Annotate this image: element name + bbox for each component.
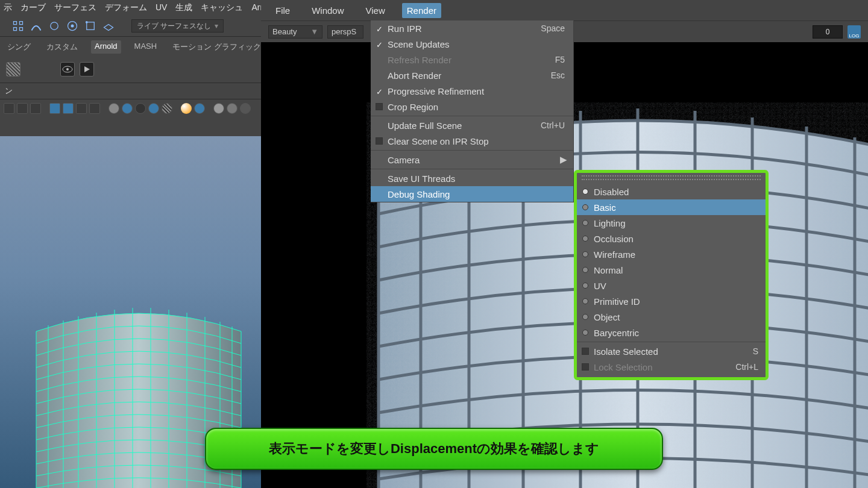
- vp-icon[interactable]: [17, 103, 28, 114]
- shelf-tab[interactable]: MASH: [132, 40, 160, 54]
- menu-item[interactable]: UV: [156, 2, 167, 13]
- submenu-item-isolate-selected[interactable]: Isolate SelectedS: [577, 343, 766, 359]
- vp-icon[interactable]: [76, 103, 87, 114]
- submenu-item-label: Wireframe: [594, 249, 758, 260]
- submenu-item-normal[interactable]: Normal: [577, 262, 766, 278]
- menu-shortcut: Esc: [551, 70, 565, 80]
- menu-item-save-ui-threads[interactable]: Save UI Threads: [371, 170, 573, 186]
- debug-shading-submenu[interactable]: DisabledBasicLightingOcclusionWireframeN…: [574, 170, 769, 380]
- vp-icon[interactable]: [30, 103, 41, 114]
- wireframe-icon[interactable]: [108, 103, 119, 114]
- menu-item-crop-region[interactable]: Crop Region: [371, 99, 573, 114]
- log-icon[interactable]: LOG: [848, 25, 861, 39]
- menu-file[interactable]: File: [271, 3, 295, 18]
- menu-item-progressive-refinement[interactable]: Progressive Refinement: [371, 83, 573, 99]
- menu-view[interactable]: View: [361, 3, 390, 18]
- render-menubar[interactable]: File Window View Render: [261, 0, 868, 20]
- chevron-down-icon: ▼: [310, 27, 318, 36]
- aov-dropdown-label: Beauty: [272, 27, 297, 36]
- submenu-item-lighting[interactable]: Lighting: [577, 215, 766, 231]
- aov-dropdown[interactable]: Beauty ▼: [268, 25, 322, 39]
- svg-point-0: [51, 22, 58, 30]
- vp-icon[interactable]: [4, 103, 14, 114]
- main-menubar[interactable]: 示 カーブ サーフェス デフォーム UV 生成 キャッシュ Arr: [0, 0, 261, 17]
- menu-item-refresh-render: Refresh RenderF5: [371, 52, 573, 67]
- svg-point-6: [66, 68, 69, 70]
- menu-item-run-ipr[interactable]: Run IPRSpace: [371, 20, 573, 36]
- tutorial-callout: 表示モードを変更しDisplacementの効果を確認します: [205, 428, 663, 470]
- snap-point-icon[interactable]: [48, 20, 60, 32]
- shelf-icons-row: [0, 56, 261, 83]
- snap-grid-icon[interactable]: [12, 20, 24, 32]
- menu-item-abort-render[interactable]: Abort RenderEsc: [371, 67, 573, 83]
- vp-icon[interactable]: [89, 103, 100, 114]
- culling-icon[interactable]: [240, 103, 251, 114]
- ipr-eye-icon[interactable]: [60, 62, 75, 77]
- shadow-icon[interactable]: [194, 103, 205, 114]
- submenu-shortcut: Ctrl+L: [735, 362, 758, 372]
- svg-point-4: [86, 21, 88, 23]
- camera-dropdown[interactable]: perspS: [327, 25, 363, 39]
- checker-icon[interactable]: [6, 62, 20, 77]
- xray-icon[interactable]: [227, 103, 237, 114]
- menu-item[interactable]: キャッシュ: [201, 2, 243, 13]
- live-surface-select[interactable]: ライブ サーフェスなし ▾: [131, 19, 224, 33]
- render-menu-dropdown[interactable]: Run IPRSpaceScene UpdatesRefresh RenderF…: [371, 20, 574, 202]
- vp-icon[interactable]: [63, 103, 74, 114]
- frame-field[interactable]: 0: [813, 25, 843, 39]
- menu-item-camera[interactable]: Camera▶: [371, 152, 573, 167]
- shelf-tab[interactable]: モーション グラフィック: [170, 40, 261, 54]
- shelf-tabs[interactable]: シング カスタム Arnold MASH モーション グラフィック: [0, 37, 261, 56]
- callout-text: 表示モードを変更しDisplacementの効果を確認します: [269, 440, 599, 458]
- svg-point-1: [71, 25, 74, 28]
- menu-item-label: Update Full Scene: [388, 120, 541, 131]
- submenu-item-label: Barycentric: [594, 328, 758, 338]
- menu-window[interactable]: Window: [307, 3, 348, 18]
- menu-item-clear-scene-on-ipr-stop[interactable]: Clear Scene on IPR Stop: [371, 133, 573, 149]
- snap-curve-icon[interactable]: [30, 20, 42, 32]
- live-surface-label: ライブ サーフェスなし: [137, 21, 211, 31]
- menu-item-label: Run IPR: [388, 23, 541, 34]
- submenu-item-primitive-id[interactable]: Primitive ID: [577, 293, 766, 309]
- textured-icon[interactable]: [148, 103, 159, 114]
- shelf-tab-arnold[interactable]: Arnold: [91, 40, 121, 54]
- submenu-item-wireframe[interactable]: Wireframe: [577, 246, 766, 262]
- shelf-tab[interactable]: カスタム: [44, 40, 80, 54]
- isolate-icon[interactable]: [213, 103, 224, 114]
- submenu-item-disabled[interactable]: Disabled: [577, 184, 766, 199]
- submenu-item-uv[interactable]: UV: [577, 278, 766, 293]
- submenu-shortcut: S: [753, 346, 758, 356]
- menu-item[interactable]: サーフェス: [54, 2, 96, 13]
- shelf-tab[interactable]: シング: [5, 40, 33, 54]
- submenu-item-label: Disabled: [594, 187, 758, 197]
- menu-item-scene-updates[interactable]: Scene Updates: [371, 36, 573, 52]
- menu-item[interactable]: デフォーム: [105, 2, 147, 13]
- snap-vtx-icon[interactable]: [84, 20, 96, 32]
- menu-item-label: Scene Updates: [388, 39, 565, 49]
- snap-center-icon[interactable]: [66, 20, 78, 32]
- tearoff-handle[interactable]: [582, 175, 761, 180]
- menu-item-label: Progressive Refinement: [388, 86, 565, 96]
- submenu-item-barycentric[interactable]: Barycentric: [577, 325, 766, 340]
- menu-render[interactable]: Render: [402, 3, 441, 18]
- submenu-item-label: UV: [594, 281, 758, 291]
- smooth-icon[interactable]: [135, 103, 146, 114]
- submenu-item-basic[interactable]: Basic: [577, 199, 766, 215]
- light-icon[interactable]: [181, 103, 192, 114]
- play-icon[interactable]: [80, 62, 94, 77]
- submenu-item-occlusion[interactable]: Occlusion: [577, 231, 766, 246]
- menu-separator: [371, 116, 573, 116]
- submenu-item-object[interactable]: Object: [577, 309, 766, 325]
- shaded-icon[interactable]: [122, 103, 133, 114]
- submenu-item-label: Basic: [594, 202, 758, 213]
- menu-item[interactable]: 示: [4, 2, 12, 13]
- checker-icon[interactable]: [162, 103, 172, 114]
- vp-icon[interactable]: [49, 103, 60, 114]
- menu-item[interactable]: 生成: [175, 2, 192, 13]
- menu-item-label: Save UI Threads: [388, 174, 565, 184]
- menu-item[interactable]: カーブ: [20, 2, 46, 13]
- menu-item-update-full-scene[interactable]: Update Full SceneCtrl+U: [371, 117, 573, 133]
- menu-item[interactable]: Arr: [251, 2, 261, 13]
- menu-item-debug-shading[interactable]: Debug Shading: [371, 186, 573, 202]
- snap-plane-icon[interactable]: [102, 20, 115, 32]
